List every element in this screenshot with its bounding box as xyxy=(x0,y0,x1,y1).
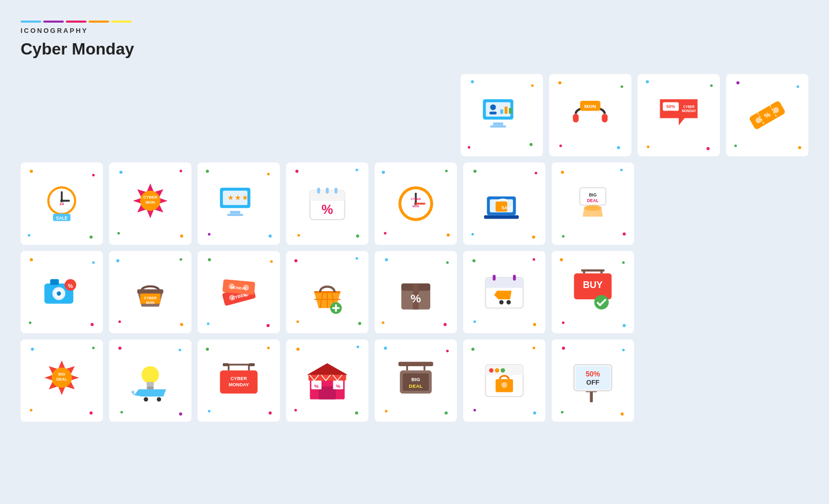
svg-point-119 xyxy=(144,397,148,401)
page-header: ICONOGRAPHY Cyber Monday xyxy=(21,21,808,59)
icon-headset-monday[interactable]: MON DAY xyxy=(549,74,631,156)
svg-rect-44 xyxy=(227,214,243,216)
icon-row-2: 24 SALE CYBER MON xyxy=(21,163,808,245)
svg-text:%: % xyxy=(336,383,341,389)
svg-text:DEAL: DEAL xyxy=(409,383,423,389)
svg-rect-127 xyxy=(249,363,255,366)
icon-cyber-monday-chat[interactable]: 50% OFF CYBER MONDAY xyxy=(638,74,720,156)
icon-cyber-monday-sign[interactable]: CYBER MONDAY xyxy=(198,339,280,422)
svg-rect-2 xyxy=(493,122,503,125)
icon-browser-bag[interactable] xyxy=(463,339,545,422)
svg-point-115 xyxy=(142,366,159,384)
svg-rect-102 xyxy=(513,275,516,280)
svg-point-4 xyxy=(490,104,496,110)
svg-text:24: 24 xyxy=(60,202,64,206)
icon-cyber-mon-badge[interactable]: CYBER MON xyxy=(109,163,191,245)
svg-point-72 xyxy=(57,292,61,296)
svg-point-147 xyxy=(489,368,493,372)
svg-text:CYBER: CYBER xyxy=(231,376,247,381)
brand-name: ICONOGRAPHY xyxy=(21,27,808,34)
icon-cyber-mon-clock[interactable]: CYBER MON xyxy=(375,163,457,245)
svg-text:%: % xyxy=(68,283,73,289)
svg-rect-10 xyxy=(602,114,608,122)
icon-buy-sign[interactable]: BUY xyxy=(552,251,634,333)
svg-point-67 xyxy=(584,205,602,211)
svg-text:MON: MON xyxy=(146,200,155,205)
bar-yellow xyxy=(111,21,132,23)
svg-text:MON: MON xyxy=(412,205,419,208)
svg-text:50%: 50% xyxy=(586,370,601,378)
svg-text:MONDAY: MONDAY xyxy=(228,382,249,387)
svg-text:MON: MON xyxy=(146,301,154,304)
svg-text:SALE: SALE xyxy=(56,215,68,221)
icon-store-percent[interactable]: % % xyxy=(286,339,368,422)
icon-row-3: % CYBER MON xyxy=(21,251,808,333)
brand-bars xyxy=(21,21,808,23)
svg-rect-126 xyxy=(223,363,228,366)
svg-text:%: % xyxy=(322,202,333,217)
svg-rect-49 xyxy=(326,188,329,193)
svg-text:%: % xyxy=(314,383,319,389)
icon-billboard-50off[interactable]: 50% OFF xyxy=(552,339,634,422)
svg-rect-47 xyxy=(310,195,345,201)
svg-point-148 xyxy=(495,368,499,372)
svg-text:★: ★ xyxy=(227,193,234,202)
icon-grid: MON DAY 50% OFF CYBER MONDAY xyxy=(21,74,808,422)
bar-orange xyxy=(89,21,109,23)
icon-big-deal-hand[interactable]: BIG DEAL xyxy=(552,163,634,245)
icon-monitor-stars[interactable]: ★ ★ ★ xyxy=(198,163,280,245)
svg-rect-50 xyxy=(334,188,338,193)
icon-camera-percent[interactable]: % xyxy=(21,251,103,333)
icon-big-deal-sign[interactable]: BIG DEAL xyxy=(375,339,457,422)
icon-row-4: BIG DEAL xyxy=(21,339,808,422)
svg-text:DAY: DAY xyxy=(587,111,594,114)
svg-rect-116 xyxy=(147,382,154,386)
svg-text:SALE: SALE xyxy=(501,205,513,210)
svg-rect-100 xyxy=(485,282,523,287)
svg-text:★: ★ xyxy=(235,193,241,202)
icon-cart-bulb[interactable] xyxy=(109,339,191,422)
svg-text:BIG: BIG xyxy=(58,372,65,376)
svg-rect-7 xyxy=(505,106,508,114)
svg-text:MONDAY: MONDAY xyxy=(682,109,696,113)
svg-point-103 xyxy=(499,300,503,304)
svg-text:DEAL: DEAL xyxy=(56,377,67,382)
icon-computer-stats[interactable] xyxy=(461,74,543,156)
icon-ticket-discount[interactable]: % xyxy=(726,74,808,156)
svg-point-121 xyxy=(131,391,134,394)
svg-text:BUY: BUY xyxy=(583,279,603,290)
icon-tickets-cyber[interactable]: CYBER MONDAY xyxy=(198,251,280,333)
svg-text:50%: 50% xyxy=(666,104,675,109)
icon-big-deal-badge[interactable]: BIG DEAL xyxy=(21,339,103,422)
icon-laptop-sale-bag[interactable]: SALE xyxy=(463,163,545,245)
svg-rect-101 xyxy=(493,275,496,280)
svg-rect-43 xyxy=(230,211,240,214)
svg-rect-6 xyxy=(500,110,503,114)
svg-text:OFF: OFF xyxy=(586,379,599,386)
bar-pink xyxy=(66,21,86,23)
icon-box-percent[interactable]: % xyxy=(375,251,457,333)
svg-text:MON: MON xyxy=(585,103,596,109)
svg-rect-5 xyxy=(489,112,497,115)
svg-rect-117 xyxy=(147,386,154,389)
icon-calendar-percent[interactable]: % xyxy=(286,163,368,245)
svg-rect-61 xyxy=(484,215,519,219)
svg-text:CYBER: CYBER xyxy=(144,296,157,300)
svg-point-104 xyxy=(506,300,510,304)
bar-purple xyxy=(43,21,64,23)
svg-text:★: ★ xyxy=(242,193,249,202)
icon-calendar-cart[interactable] xyxy=(463,251,545,333)
svg-text:BIG: BIG xyxy=(589,192,597,197)
page-title: Cyber Monday xyxy=(21,40,808,59)
svg-rect-9 xyxy=(573,114,578,122)
svg-text:%: % xyxy=(411,292,421,305)
svg-rect-152 xyxy=(590,391,593,403)
svg-point-110 xyxy=(594,295,609,310)
icon-24hour-sale[interactable]: 24 SALE xyxy=(21,163,103,245)
svg-text:CYBER: CYBER xyxy=(683,105,695,109)
icon-shopping-basket-add[interactable] xyxy=(286,251,368,333)
icon-basket-cyber[interactable]: CYBER MON xyxy=(109,251,191,333)
svg-point-151 xyxy=(501,382,507,388)
svg-point-120 xyxy=(157,397,161,401)
svg-rect-48 xyxy=(317,188,320,193)
